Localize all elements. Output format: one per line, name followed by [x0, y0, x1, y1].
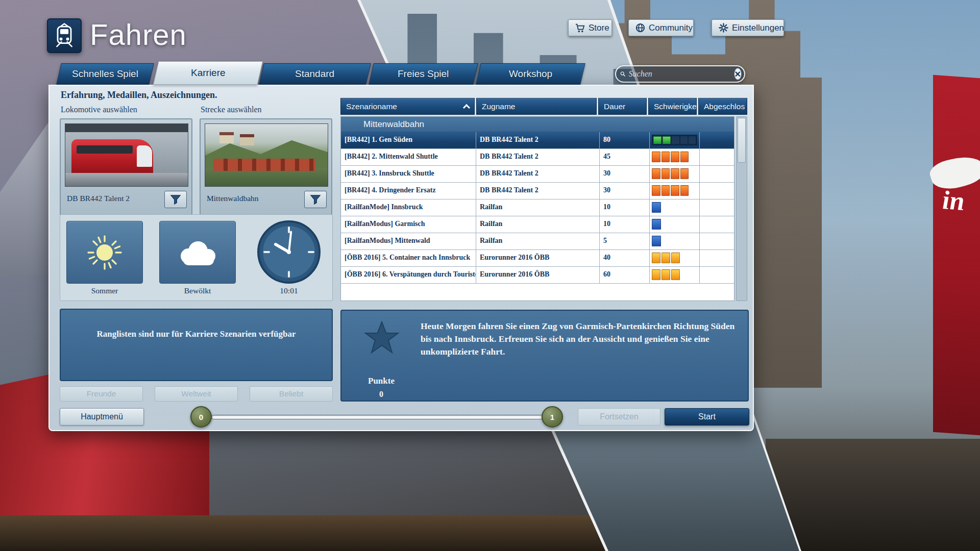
tab-workshop[interactable]: Workshop: [476, 63, 585, 85]
route-filter-button[interactable]: [304, 191, 327, 208]
scenario-train-cell: DB BR442 Talent 2: [476, 132, 600, 148]
points-star-icon: [363, 321, 400, 357]
leaderboard-friends-button[interactable]: Freunde: [60, 386, 143, 402]
scenario-row[interactable]: [RailfanModus] Mittenwald Railfan 5: [341, 233, 734, 250]
scenario-row[interactable]: [BR442] 4. Dringender Ersatz DB BR442 Ta…: [341, 183, 734, 199]
slider-knob-max[interactable]: 1: [542, 406, 563, 428]
tab-label: Workshop: [509, 68, 552, 80]
difficulty-segment: [680, 168, 689, 179]
loco-thumbnail[interactable]: [65, 123, 188, 187]
difficulty-segment: [689, 219, 697, 230]
scenario-name-cell: [ÖBB 2016] 5. Container nach Innsbruck: [341, 250, 476, 266]
app-logo: [47, 18, 82, 53]
table-scrollbar[interactable]: [736, 116, 747, 301]
scenario-completed-cell: [700, 216, 734, 233]
difficulty-bar: [652, 135, 697, 145]
settings-button[interactable]: Einstellungen: [712, 19, 784, 36]
difficulty-segment: [681, 269, 689, 280]
scenario-name-cell: [BR442] 3. Innsbruck Shuttle: [341, 166, 476, 182]
column-header-dauer[interactable]: Dauer: [598, 98, 647, 115]
time-of-day-clock[interactable]: [257, 220, 321, 284]
button-label: Freunde: [87, 389, 116, 398]
points-value: 0: [348, 390, 414, 399]
scenario-difficulty-cell: [650, 199, 700, 216]
start-button[interactable]: Start: [665, 408, 749, 425]
scenario-row[interactable]: [ÖBB 2016] 6. Verspätungen durch Tourist…: [341, 267, 734, 284]
scenario-duration-cell: 60: [600, 267, 650, 283]
train-icon: [51, 22, 78, 49]
resume-button[interactable]: Fortsetzen: [578, 408, 660, 425]
difficulty-segment: [689, 236, 697, 246]
sky-tile[interactable]: [159, 221, 236, 284]
clear-search-icon[interactable]: ✕: [734, 68, 742, 80]
scenario-row[interactable]: [BR442] 1. Gen Süden DB BR442 Talent 2 8…: [341, 132, 734, 149]
scenario-row[interactable]: [BR442] 3. Innsbruck Shuttle DB BR442 Ta…: [341, 166, 734, 183]
scenario-train-cell: Eurorunner 2016 ÖBB: [476, 267, 600, 283]
difficulty-segment: [689, 136, 696, 144]
loco-selector[interactable]: DB BR442 Talent 2: [60, 118, 192, 215]
scenario-row[interactable]: [BR442] 2. Mittenwald Shuttle DB BR442 T…: [341, 149, 734, 166]
scenario-train-cell: Railfan: [476, 233, 600, 249]
scenario-duration-cell: 80: [600, 132, 650, 148]
route-group-header[interactable]: Mittenwaldbahn: [341, 117, 734, 132]
scenario-name-cell: [BR442] 1. Gen Süden: [341, 132, 476, 148]
scenario-slider-track[interactable]: [211, 415, 543, 419]
difficulty-segment: [662, 236, 670, 246]
train-livery-text: in: [942, 185, 964, 216]
leaderboard-global-button[interactable]: Weltweit: [155, 386, 238, 402]
scenario-name-cell: [RailfanModus] Garmisch: [341, 216, 476, 233]
difficulty-bar: [652, 185, 697, 196]
difficulty-segment: [671, 168, 679, 179]
difficulty-segment: [671, 253, 680, 263]
scenario-difficulty-cell: [650, 216, 700, 233]
tab-schnelles-spiel[interactable]: Schnelles Spiel: [56, 63, 154, 85]
difficulty-segment: [662, 185, 670, 196]
scenario-row[interactable]: [ÖBB 2016] 5. Container nach Innsbruck E…: [341, 250, 734, 267]
group-label: Mittenwaldbahn: [363, 119, 424, 130]
leaderboard-popular-button[interactable]: Beliebt: [250, 386, 333, 402]
difficulty-segment: [690, 152, 697, 162]
store-button[interactable]: Store: [568, 19, 612, 36]
scenario-completed-cell: [700, 250, 734, 266]
route-selector[interactable]: Mittenwaldbahn: [200, 118, 332, 215]
column-header-zugname[interactable]: Zugname: [476, 98, 597, 115]
search-box[interactable]: ✕: [615, 65, 745, 83]
column-header-szenarioname[interactable]: Szenarioname: [340, 98, 475, 115]
scenario-name-cell: [BR442] 2. Mittenwald Shuttle: [341, 149, 476, 165]
route-thumbnail[interactable]: [205, 123, 328, 187]
column-header-abgeschlossen[interactable]: Abgeschlos: [698, 98, 747, 115]
scenario-row[interactable]: [RailfanMode] Innsbruck Railfan 10: [341, 199, 734, 216]
tab-freies-spiel[interactable]: Freies Spiel: [369, 63, 478, 85]
scenario-row[interactable]: [RailfanModus] Garmisch Railfan 10: [341, 216, 734, 233]
difficulty-segment: [671, 202, 679, 213]
difficulty-segment: [662, 152, 670, 162]
loco-caption: DB BR442 Talent 2: [67, 194, 130, 203]
difficulty-segment: [652, 269, 660, 280]
scenario-completed-cell: [700, 166, 734, 182]
red-train-right-photo: in: [933, 75, 980, 435]
settings-label: Einstellungen: [732, 23, 784, 33]
difficulty-segment: [690, 168, 697, 179]
difficulty-segment: [652, 168, 660, 179]
sun-icon: [81, 229, 128, 276]
tab-standard[interactable]: Standard: [259, 63, 371, 85]
scrollbar-thumb[interactable]: [738, 118, 746, 163]
difficulty-segment: [690, 269, 697, 280]
main-menu-button[interactable]: Hauptmenü: [60, 408, 144, 425]
scenario-difficulty-cell: [650, 267, 700, 283]
scenario-completed-cell: [700, 233, 734, 249]
scenario-duration-cell: 10: [600, 216, 650, 233]
scenario-duration-cell: 30: [600, 183, 650, 199]
loco-photo: [65, 124, 188, 186]
search-input[interactable]: [626, 69, 734, 79]
loco-filter-button[interactable]: [164, 191, 187, 208]
tab-karriere[interactable]: Karriere: [153, 61, 263, 85]
season-tile[interactable]: [66, 221, 143, 284]
difficulty-bar: [652, 236, 697, 246]
scenario-train-cell: DB BR442 Talent 2: [476, 149, 600, 165]
loco-select-label: Lokomotive auswählen: [61, 105, 137, 114]
slider-knob-min[interactable]: 0: [190, 406, 212, 428]
community-button[interactable]: Community: [628, 19, 694, 36]
scenario-completed-cell: [700, 183, 734, 199]
column-header-schwierigkeit[interactable]: Schwierigke: [648, 98, 697, 115]
